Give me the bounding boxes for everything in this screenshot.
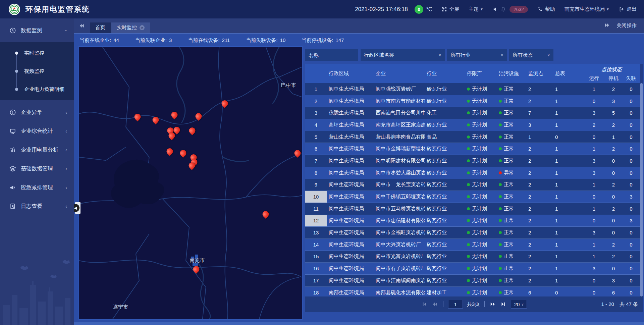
prev-page-button[interactable] bbox=[432, 301, 438, 308]
cell-monitor-count: 3 bbox=[526, 119, 553, 131]
table-row[interactable]: 9阆中生态环境局阆中市二龙长宝页岩砖砖瓦行业无计划正常21120 bbox=[305, 179, 640, 191]
cell-monitor-count: 2 bbox=[526, 155, 553, 167]
cell-stop-plan: 无计划 bbox=[465, 203, 497, 215]
status-dot bbox=[467, 291, 470, 294]
table-row[interactable]: 12阆中生态环境局阆中市忠信建材有限公砖瓦行业无计划正常21003 bbox=[305, 215, 640, 227]
tabs-scroll-right-button[interactable] bbox=[604, 22, 610, 29]
sidebar-item[interactable]: 企业综合统计‹ bbox=[0, 124, 74, 138]
total-pages-label: 共3页 bbox=[467, 301, 480, 308]
status-dot bbox=[467, 183, 470, 186]
table-row[interactable]: 3仪陇生态环境局西南油气田分公司川中化工无计划正常71350 bbox=[305, 107, 640, 119]
cell-stop-plan: 无计划 bbox=[465, 191, 497, 203]
table-row[interactable]: 2阆中生态环境局阆中市南方节能建材有砖瓦行业无计划正常21030 bbox=[305, 95, 640, 107]
sidebar-item[interactable]: 企业异常‹ bbox=[0, 106, 74, 119]
cell-halt-count: 6 bbox=[605, 287, 622, 296]
cell-monitor-count: 2 bbox=[526, 203, 553, 215]
table-row[interactable]: 4高坪生态环境局南充市高坪区王家店建砖瓦行业无计划正常31220 bbox=[305, 119, 640, 131]
table-row[interactable]: 15阆中生态环境局阆中市光富页岩机砖厂砖瓦行业无计划正常21120 bbox=[305, 251, 640, 263]
status-dot bbox=[467, 255, 470, 258]
industry-filter-select[interactable]: 所有行业 ∨ bbox=[447, 49, 507, 61]
close-operations-button[interactable]: 关闭操作 bbox=[616, 22, 637, 29]
table-row[interactable]: 10阆中生态环境局阆中千佛镇五郎垭页岩砖瓦行业无计划正常21003 bbox=[305, 191, 640, 203]
table-scrollbar[interactable] bbox=[640, 64, 643, 296]
logout-button[interactable]: 退出 bbox=[619, 6, 637, 12]
cell-halt-count: 2 bbox=[605, 203, 622, 215]
table-row[interactable]: 1阆中生态环境局阆中强锐页岩砖厂砖瓦行业无计划正常21120 bbox=[305, 83, 640, 95]
status-dot bbox=[467, 88, 470, 91]
theme-dropdown[interactable]: 主题 ▼ bbox=[469, 6, 483, 12]
total-count-label: 共 47 条 bbox=[620, 301, 638, 308]
cell-run-count: 1 bbox=[583, 83, 605, 95]
bottom-strip bbox=[74, 322, 644, 325]
cell-monitor-count: 6 bbox=[526, 287, 553, 296]
table-row[interactable]: 6阆中生态环境局阆中市金博瑞新型墙材砖瓦行业无计划正常21120 bbox=[305, 143, 640, 155]
caret-down-icon: ▼ bbox=[480, 7, 483, 11]
cell-industry: 砖瓦行业 bbox=[425, 95, 465, 107]
cell-district: 阆中生态环境局 bbox=[327, 239, 374, 251]
status-filter-select[interactable]: 所有状态 ∨ bbox=[509, 49, 553, 61]
table-row[interactable]: 18南部生态环境局南部县砚化水泥有限公建材加工无计划正常60060 bbox=[305, 287, 640, 296]
first-page-icon bbox=[422, 302, 427, 307]
fullscreen-button[interactable]: 全屏 bbox=[441, 6, 459, 12]
help-button[interactable]: 帮助 bbox=[537, 6, 555, 12]
sidebar-item[interactable]: 数据监测‹ bbox=[0, 24, 74, 37]
table-row[interactable]: 16阆中生态环境局阆中市石子页岩机砖厂砖瓦行业无计划正常21300 bbox=[305, 263, 640, 275]
tab-首页[interactable]: 首页 bbox=[90, 22, 111, 33]
cell-meter-count: 1 bbox=[553, 143, 583, 155]
sidebar-collapse-button[interactable]: ◀ bbox=[75, 202, 80, 214]
table-row[interactable]: 8阆中生态环境局阆中市枣碧大梁山页岩砖瓦行业无计划异常21300 bbox=[305, 167, 640, 179]
next-page-button[interactable] bbox=[489, 301, 496, 308]
table-row[interactable]: 11阆中生态环境局阆中市五马桥页岩机砖砖瓦行业无计划正常21120 bbox=[305, 203, 640, 215]
stat-item: 当前失联企业:3 bbox=[135, 37, 172, 44]
cell-monitor-count: 7 bbox=[526, 107, 553, 119]
status-dot bbox=[499, 159, 502, 162]
status-dot bbox=[499, 291, 502, 294]
cell-meter-count: 1 bbox=[553, 167, 583, 179]
status-dot bbox=[499, 88, 502, 91]
first-page-button[interactable] bbox=[421, 301, 428, 308]
map-panel[interactable]: 巴中市南充市遂宁市 bbox=[78, 46, 303, 320]
org-dropdown[interactable]: 南充市生态环境局 ▼ bbox=[565, 6, 609, 12]
table-row[interactable]: 5营山生态环境局营山县润丰肉食品有限食品无计划正常10010 bbox=[305, 131, 640, 143]
page-size-select[interactable]: 20 ∨ bbox=[511, 300, 527, 309]
cell-facility-status: 正常 bbox=[497, 227, 526, 238]
sidebar-item[interactable]: 基础数据管理‹ bbox=[0, 162, 74, 175]
cell-company: 阆中市二龙长宝页岩砖 bbox=[374, 179, 425, 191]
cell-company: 阆中市石子页岩机砖厂 bbox=[374, 263, 425, 274]
stat-value: 211 bbox=[222, 37, 230, 43]
table-row[interactable]: 17阆中生态环境局阆中市江南镇阆南页岩砖瓦行业无计划正常21030 bbox=[305, 275, 640, 287]
help-label: 帮助 bbox=[545, 6, 555, 12]
col-facility: 治污设施 bbox=[497, 64, 526, 83]
table-row[interactable]: 13阆中生态环境局阆中市金福旺页岩机砖砖瓦行业无计划正常21300 bbox=[305, 227, 640, 239]
tabs-scroll-left-button[interactable] bbox=[79, 23, 85, 29]
cell-facility-status: 正常 bbox=[497, 191, 526, 203]
cell-district: 阆中生态环境局 bbox=[327, 191, 374, 203]
status-dot bbox=[467, 159, 470, 162]
page-number-input[interactable] bbox=[448, 300, 463, 309]
sidebar-subitem-label: 企业电力负荷明细 bbox=[24, 86, 64, 93]
cell-facility-status: 正常 bbox=[497, 275, 526, 286]
sidebar-subitem[interactable]: 实时监控 bbox=[0, 44, 74, 62]
notifications[interactable]: 2632 bbox=[500, 6, 528, 13]
cell-index: 13 bbox=[305, 227, 327, 238]
cell-index: 4 bbox=[305, 119, 327, 131]
sidebar: 数据监测‹实时监控视频监控企业电力负荷明细企业异常‹企业综合统计‹企业用电量分析… bbox=[0, 18, 74, 325]
table-row[interactable]: 14阆中生态环境局阆中大兴页岩机砖厂砖瓦行业无计划正常21120 bbox=[305, 239, 640, 251]
cell-lost-count: 3 bbox=[622, 191, 640, 203]
sidebar-item[interactable]: 企业用电量分析‹ bbox=[0, 143, 74, 157]
sidebar-item[interactable]: 日志查看‹ bbox=[0, 200, 74, 213]
region-filter-select[interactable]: 行政区域名称 ∨ bbox=[361, 49, 445, 61]
tab-实时监控[interactable]: 实时监控✕ bbox=[111, 22, 150, 33]
tab-close-icon[interactable]: ✕ bbox=[140, 25, 145, 30]
mute-button[interactable] bbox=[493, 6, 500, 12]
sidebar-subitem[interactable]: 企业电力负荷明细 bbox=[0, 80, 74, 98]
sidebar-item[interactable]: 应急减排管理‹ bbox=[0, 181, 74, 194]
last-page-button[interactable] bbox=[500, 301, 507, 308]
table-row[interactable]: 7阆中生态环境局阆中明阳建材有限公司砖瓦行业无计划正常21300 bbox=[305, 155, 640, 167]
cell-halt-count: 2 bbox=[605, 83, 622, 95]
name-filter-input[interactable] bbox=[305, 49, 358, 61]
status-dot bbox=[499, 195, 502, 198]
sidebar-subitem[interactable]: 视频监控 bbox=[0, 62, 74, 80]
pagination-bar: 共3页 20 ∨ 1 - 20 bbox=[305, 296, 643, 312]
col-monitor: 监测点 bbox=[526, 64, 553, 83]
